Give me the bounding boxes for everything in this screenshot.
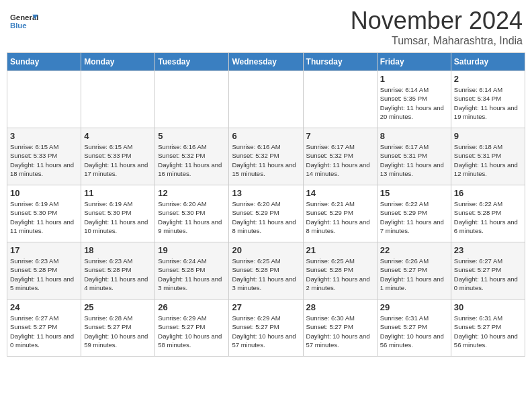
calendar-cell: 1Sunrise: 6:14 AM Sunset: 5:35 PM Daylig… (377, 71, 451, 128)
calendar-cell: 28Sunrise: 6:30 AM Sunset: 5:27 PM Dayli… (303, 300, 377, 357)
calendar-cell: 12Sunrise: 6:20 AM Sunset: 5:30 PM Dayli… (155, 185, 229, 242)
calendar-table: SundayMondayTuesdayWednesdayThursdayFrid… (7, 52, 525, 357)
day-number: 28 (306, 302, 374, 312)
cell-info: Sunrise: 6:31 AM Sunset: 5:27 PM Dayligh… (380, 314, 448, 349)
title-section: November 2024 Tumsar, Maharashtra, India (351, 7, 523, 47)
day-number: 14 (306, 188, 374, 198)
cell-info: Sunrise: 6:17 AM Sunset: 5:32 PM Dayligh… (306, 142, 374, 178)
cell-info: Sunrise: 6:26 AM Sunset: 5:27 PM Dayligh… (380, 257, 448, 292)
calendar-cell: 3Sunrise: 6:15 AM Sunset: 5:33 PM Daylig… (7, 128, 81, 185)
day-number: 9 (454, 131, 522, 141)
day-number: 30 (454, 302, 522, 312)
calendar-cell: 6Sunrise: 6:16 AM Sunset: 5:32 PM Daylig… (229, 128, 303, 185)
weekday-header: Friday (377, 53, 451, 71)
cell-info: Sunrise: 6:23 AM Sunset: 5:28 PM Dayligh… (10, 257, 78, 292)
day-number: 22 (380, 245, 448, 255)
calendar-cell: 19Sunrise: 6:24 AM Sunset: 5:28 PM Dayli… (155, 242, 229, 300)
header-section: General Blue November 2024 Tumsar, Mahar… (7, 7, 525, 47)
day-number: 7 (306, 131, 374, 141)
day-number: 27 (232, 302, 300, 312)
calendar-cell: 25Sunrise: 6:28 AM Sunset: 5:27 PM Dayli… (81, 300, 155, 357)
calendar-cell: 16Sunrise: 6:22 AM Sunset: 5:28 PM Dayli… (451, 185, 525, 242)
day-number: 3 (10, 131, 78, 141)
calendar-cell: 7Sunrise: 6:17 AM Sunset: 5:32 PM Daylig… (303, 128, 377, 185)
day-number: 11 (84, 188, 152, 198)
cell-info: Sunrise: 6:29 AM Sunset: 5:27 PM Dayligh… (158, 314, 226, 349)
day-number: 16 (454, 188, 522, 198)
cell-info: Sunrise: 6:16 AM Sunset: 5:32 PM Dayligh… (232, 142, 300, 178)
day-number: 29 (380, 302, 448, 312)
calendar-cell: 5Sunrise: 6:16 AM Sunset: 5:32 PM Daylig… (155, 128, 229, 185)
cell-info: Sunrise: 6:19 AM Sunset: 5:30 PM Dayligh… (84, 199, 152, 235)
day-number: 8 (380, 131, 448, 141)
location-subtitle: Tumsar, Maharashtra, India (351, 35, 523, 47)
day-number: 26 (158, 302, 226, 312)
calendar-cell: 13Sunrise: 6:20 AM Sunset: 5:29 PM Dayli… (229, 185, 303, 242)
day-number: 21 (306, 245, 374, 255)
month-title: November 2024 (351, 7, 523, 35)
cell-info: Sunrise: 6:17 AM Sunset: 5:31 PM Dayligh… (380, 142, 448, 178)
cell-info: Sunrise: 6:15 AM Sunset: 5:33 PM Dayligh… (10, 142, 78, 178)
day-number: 19 (158, 245, 226, 255)
cell-info: Sunrise: 6:27 AM Sunset: 5:27 PM Dayligh… (10, 314, 78, 349)
calendar-cell (155, 71, 229, 128)
cell-info: Sunrise: 6:14 AM Sunset: 5:35 PM Dayligh… (380, 85, 448, 121)
weekday-header: Tuesday (155, 53, 229, 71)
cell-info: Sunrise: 6:16 AM Sunset: 5:32 PM Dayligh… (158, 142, 226, 178)
cell-info: Sunrise: 6:23 AM Sunset: 5:28 PM Dayligh… (84, 257, 152, 292)
cell-info: Sunrise: 6:25 AM Sunset: 5:28 PM Dayligh… (306, 257, 374, 292)
calendar-cell: 17Sunrise: 6:23 AM Sunset: 5:28 PM Dayli… (7, 242, 81, 300)
day-number: 10 (10, 188, 78, 198)
day-number: 25 (84, 302, 152, 312)
weekday-header: Monday (81, 53, 155, 71)
calendar-cell: 2Sunrise: 6:14 AM Sunset: 5:34 PM Daylig… (451, 71, 525, 128)
cell-info: Sunrise: 6:25 AM Sunset: 5:28 PM Dayligh… (232, 257, 300, 292)
calendar-cell: 23Sunrise: 6:27 AM Sunset: 5:27 PM Dayli… (451, 242, 525, 300)
cell-info: Sunrise: 6:21 AM Sunset: 5:29 PM Dayligh… (306, 199, 374, 235)
cell-info: Sunrise: 6:15 AM Sunset: 5:33 PM Dayligh… (84, 142, 152, 178)
day-number: 6 (232, 131, 300, 141)
cell-info: Sunrise: 6:14 AM Sunset: 5:34 PM Dayligh… (454, 85, 522, 121)
cell-info: Sunrise: 6:30 AM Sunset: 5:27 PM Dayligh… (306, 314, 374, 349)
day-number: 17 (10, 245, 78, 255)
calendar-cell: 27Sunrise: 6:29 AM Sunset: 5:27 PM Dayli… (229, 300, 303, 357)
cell-info: Sunrise: 6:20 AM Sunset: 5:30 PM Dayligh… (158, 199, 226, 235)
calendar-cell (303, 71, 377, 128)
logo: General Blue (9, 7, 39, 36)
cell-info: Sunrise: 6:18 AM Sunset: 5:31 PM Dayligh… (454, 142, 522, 178)
calendar-cell: 11Sunrise: 6:19 AM Sunset: 5:30 PM Dayli… (81, 185, 155, 242)
day-number: 5 (158, 131, 226, 141)
calendar-cell: 26Sunrise: 6:29 AM Sunset: 5:27 PM Dayli… (155, 300, 229, 357)
day-number: 23 (454, 245, 522, 255)
calendar-cell: 4Sunrise: 6:15 AM Sunset: 5:33 PM Daylig… (81, 128, 155, 185)
cell-info: Sunrise: 6:22 AM Sunset: 5:29 PM Dayligh… (380, 199, 448, 235)
calendar-cell (7, 71, 81, 128)
cell-info: Sunrise: 6:24 AM Sunset: 5:28 PM Dayligh… (158, 257, 226, 292)
cell-info: Sunrise: 6:31 AM Sunset: 5:27 PM Dayligh… (454, 314, 522, 349)
calendar-cell: 10Sunrise: 6:19 AM Sunset: 5:30 PM Dayli… (7, 185, 81, 242)
cell-info: Sunrise: 6:22 AM Sunset: 5:28 PM Dayligh… (454, 199, 522, 235)
calendar-cell: 8Sunrise: 6:17 AM Sunset: 5:31 PM Daylig… (377, 128, 451, 185)
cell-info: Sunrise: 6:20 AM Sunset: 5:29 PM Dayligh… (232, 199, 300, 235)
day-number: 24 (10, 302, 78, 312)
day-number: 15 (380, 188, 448, 198)
cell-info: Sunrise: 6:27 AM Sunset: 5:27 PM Dayligh… (454, 257, 522, 292)
day-number: 18 (84, 245, 152, 255)
svg-text:Blue: Blue (10, 21, 27, 30)
calendar-cell: 30Sunrise: 6:31 AM Sunset: 5:27 PM Dayli… (451, 300, 525, 357)
calendar-cell (81, 71, 155, 128)
day-number: 4 (84, 131, 152, 141)
calendar-cell: 18Sunrise: 6:23 AM Sunset: 5:28 PM Dayli… (81, 242, 155, 300)
calendar-cell: 15Sunrise: 6:22 AM Sunset: 5:29 PM Dayli… (377, 185, 451, 242)
cell-info: Sunrise: 6:28 AM Sunset: 5:27 PM Dayligh… (84, 314, 152, 349)
weekday-header: Sunday (7, 53, 81, 71)
calendar-cell (229, 71, 303, 128)
calendar-cell: 9Sunrise: 6:18 AM Sunset: 5:31 PM Daylig… (451, 128, 525, 185)
calendar-cell: 20Sunrise: 6:25 AM Sunset: 5:28 PM Dayli… (229, 242, 303, 300)
calendar-cell: 21Sunrise: 6:25 AM Sunset: 5:28 PM Dayli… (303, 242, 377, 300)
weekday-header: Thursday (303, 53, 377, 71)
day-number: 13 (232, 188, 300, 198)
cell-info: Sunrise: 6:19 AM Sunset: 5:30 PM Dayligh… (10, 199, 78, 235)
day-number: 1 (380, 74, 448, 84)
weekday-header: Saturday (451, 53, 525, 71)
